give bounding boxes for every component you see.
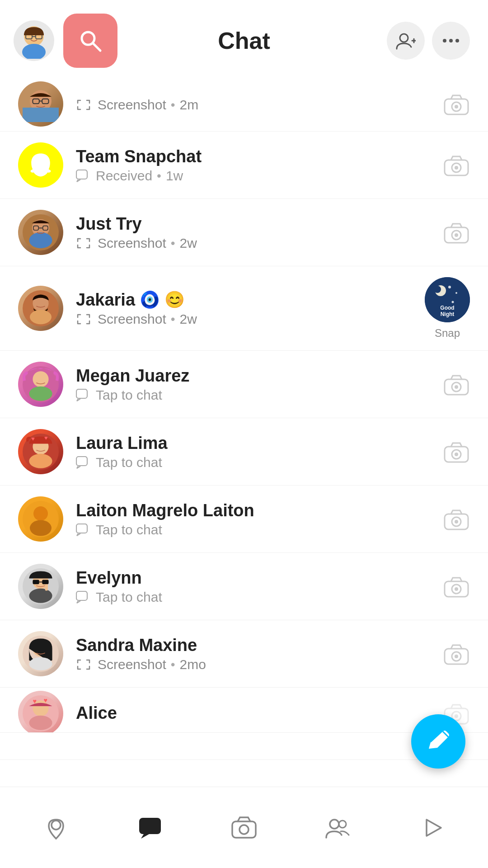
screenshot-icon [76, 237, 91, 250]
svg-point-11 [449, 39, 453, 42]
nav-item-stories[interactable] [406, 808, 458, 848]
chat-action[interactable] [443, 151, 470, 179]
screenshot-icon [76, 658, 91, 671]
svg-point-57 [29, 454, 52, 468]
svg-rect-49 [76, 389, 87, 398]
avatar [18, 286, 63, 331]
chat-action[interactable] [443, 573, 470, 600]
chat-info: Sandra Maxine Screenshot • 2mo [76, 636, 434, 672]
self-avatar[interactable] [14, 20, 54, 61]
svg-point-64 [30, 520, 52, 536]
chat-action[interactable] [443, 219, 470, 246]
chat-action[interactable] [443, 438, 470, 465]
chat-status: Received • 1w [76, 168, 434, 184]
avatar [18, 564, 63, 609]
svg-point-25 [455, 166, 458, 170]
chat-bubble-icon [76, 456, 89, 469]
chat-info: Evelynn Tap to chat [76, 568, 434, 605]
chat-action[interactable] [443, 371, 470, 398]
chat-name: Sandra Maxine [76, 636, 434, 655]
chat-info: Alice [76, 703, 434, 723]
svg-point-41 [448, 286, 451, 288]
chat-info: Jakaria 🧿 😊 Screenshot • 2w [76, 290, 416, 327]
snap-action[interactable]: Good Night Snap [425, 277, 470, 340]
camera-icon [443, 90, 470, 118]
chat-info: Laura Lima Tap to chat [76, 434, 434, 470]
list-item[interactable]: Team Snapchat Received • 1w [0, 132, 488, 199]
header-right [387, 22, 470, 60]
svg-point-79 [455, 587, 458, 591]
chat-status: Screenshot • 2mo [76, 657, 434, 672]
screenshot-icon [76, 313, 91, 326]
svg-point-10 [443, 39, 446, 42]
chat-info: Screenshot • 2m [76, 95, 434, 113]
chat-info: Megan Juarez Tap to chat [76, 366, 434, 403]
header: Chat [0, 0, 488, 77]
list-item[interactable]: Jakaria 🧿 😊 Screenshot • 2w [0, 266, 488, 351]
chat-action[interactable] [443, 505, 470, 533]
list-item[interactable]: Screenshot • 2m [0, 77, 488, 132]
compose-fab-button[interactable] [411, 714, 465, 769]
nav-item-chat[interactable] [124, 808, 176, 848]
search-button[interactable] [63, 14, 117, 68]
map-pin-icon [43, 815, 69, 840]
svg-rect-96 [139, 818, 161, 834]
chat-name: Evelynn [76, 568, 434, 588]
camera-icon [443, 371, 470, 398]
camera-icon [443, 640, 470, 667]
chat-bubble-icon [76, 170, 89, 182]
svg-rect-71 [33, 580, 39, 585]
avatar: ♥ ♥ [18, 429, 63, 474]
nav-item-map[interactable] [30, 808, 82, 848]
list-item[interactable]: ♥ ♥ Laura Lima Tap to chat [0, 418, 488, 486]
time-text: 2m [180, 97, 199, 113]
chat-info: Just Try Screenshot • 2w [76, 214, 434, 251]
list-item[interactable]: Megan Juarez Tap to chat [0, 351, 488, 418]
list-item[interactable]: Laiton Magrelo Laiton Tap to chat [0, 486, 488, 553]
more-options-button[interactable] [432, 22, 470, 60]
chat-status: Tap to chat [76, 590, 434, 605]
svg-rect-17 [23, 108, 59, 122]
svg-point-100 [339, 821, 346, 828]
chat-name: Just Try [76, 214, 434, 234]
avatar [18, 142, 63, 188]
svg-point-43 [452, 301, 454, 303]
camera-icon [443, 219, 470, 246]
svg-rect-75 [45, 584, 48, 590]
chat-action[interactable] [443, 640, 470, 667]
svg-text:♥: ♥ [43, 697, 47, 704]
svg-point-52 [455, 385, 458, 389]
svg-rect-58 [76, 457, 87, 466]
list-item[interactable]: Just Try Screenshot • 2w [0, 199, 488, 266]
camera-icon [443, 505, 470, 533]
chat-name: Megan Juarez [76, 366, 434, 386]
svg-point-48 [29, 387, 52, 401]
bottom-nav [0, 787, 488, 868]
nav-item-friends[interactable] [312, 808, 364, 848]
play-icon [419, 815, 445, 840]
screenshot-icon [76, 99, 91, 111]
chat-bubble-icon [76, 524, 89, 536]
svg-text:♥: ♥ [44, 434, 48, 441]
snap-button[interactable]: Good Night [425, 277, 470, 322]
svg-rect-76 [76, 591, 87, 600]
chat-action[interactable] [443, 90, 470, 118]
chat-name: Laiton Magrelo Laiton [76, 501, 434, 520]
svg-point-42 [455, 292, 457, 294]
svg-text:Good: Good [440, 305, 454, 311]
svg-point-63 [33, 506, 48, 521]
chat-status: Tap to chat [76, 522, 434, 538]
list-item[interactable]: Evelynn Tap to chat [0, 553, 488, 620]
chat-bubble-icon [76, 591, 89, 604]
page-title: Chat [218, 27, 270, 54]
add-friend-button[interactable] [387, 22, 425, 60]
chat-status: Tap to chat [76, 455, 434, 470]
svg-point-37 [30, 310, 52, 324]
list-item[interactable]: ♥ ♥ Alice [0, 688, 488, 733]
avatar [18, 631, 63, 676]
svg-rect-22 [76, 170, 87, 179]
nav-item-camera[interactable] [218, 808, 270, 848]
avatar: ♥ ♥ [18, 691, 63, 733]
svg-text:Night: Night [441, 311, 455, 317]
list-item[interactable]: Sandra Maxine Screenshot • 2mo [0, 620, 488, 688]
